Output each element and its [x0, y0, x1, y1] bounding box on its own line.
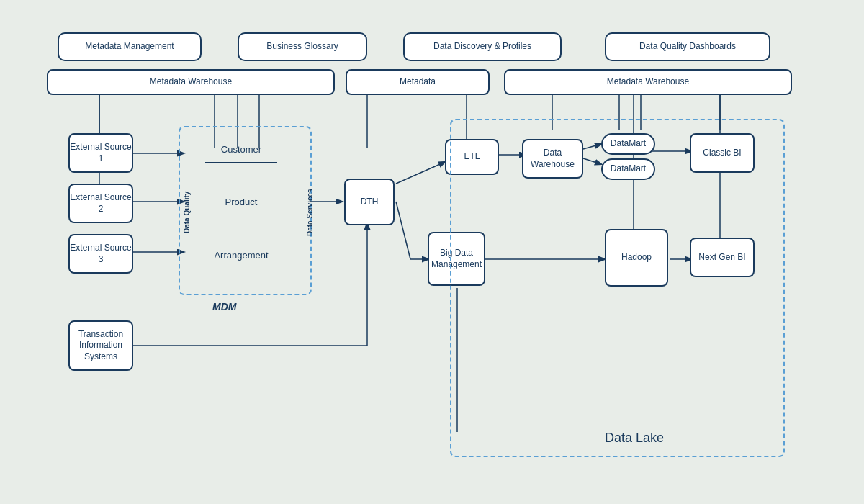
data-quality-rotated-label: Data Quality [183, 140, 196, 284]
product-node: Product [205, 189, 277, 215]
metadata-management-label: Metadata Management [85, 41, 174, 53]
product-label: Product [225, 197, 258, 207]
svg-line-20 [396, 202, 410, 259]
metadata-management-node: Metadata Management [58, 32, 202, 61]
svg-line-19 [396, 162, 445, 184]
external-source-3-node: External Source 3 [68, 234, 133, 274]
external-source-1-label: External Source 1 [70, 142, 132, 164]
data-discovery-label: Data Discovery & Profiles [433, 41, 531, 53]
business-glossary-label: Business Glossary [266, 41, 338, 53]
metadata-warehouse-right-node: Metadata Warehouse [504, 69, 792, 95]
metadata-warehouse-left-node: Metadata Warehouse [47, 69, 335, 95]
customer-label: Customer [221, 144, 261, 155]
metadata-center-node: Metadata [346, 69, 490, 95]
arrangement-label: Arrangement [214, 250, 268, 261]
dth-node: DTH [344, 179, 395, 225]
business-glossary-node: Business Glossary [238, 32, 367, 61]
data-quality-dashboards-node: Data Quality Dashboards [605, 32, 770, 61]
data-services-rotated-label: Data Services [306, 140, 319, 284]
external-source-1-node: External Source 1 [68, 133, 133, 173]
metadata-warehouse-right-label: Metadata Warehouse [607, 76, 689, 88]
metadata-center-label: Metadata [400, 76, 436, 88]
data-lake-label: Data Lake [605, 431, 664, 446]
data-quality-dashboards-label: Data Quality Dashboards [639, 41, 736, 53]
external-source-2-node: External Source 2 [68, 184, 133, 223]
external-source-3-label: External Source 3 [70, 243, 132, 265]
mdm-label: MDM [212, 301, 236, 312]
metadata-warehouse-left-label: Metadata Warehouse [150, 76, 232, 88]
diagram-container: Metadata Management Business Glossary Da… [0, 0, 864, 504]
customer-node: Customer [205, 137, 277, 163]
arrangement-node: Arrangement [205, 242, 277, 268]
external-source-2-label: External Source 2 [70, 192, 132, 215]
transaction-info-label: Transaction Information Systems [78, 329, 123, 363]
transaction-info-node: Transaction Information Systems [68, 320, 133, 371]
data-discovery-node: Data Discovery & Profiles [403, 32, 562, 61]
data-lake-dashed-box [450, 119, 785, 457]
dth-label: DTH [361, 197, 379, 208]
